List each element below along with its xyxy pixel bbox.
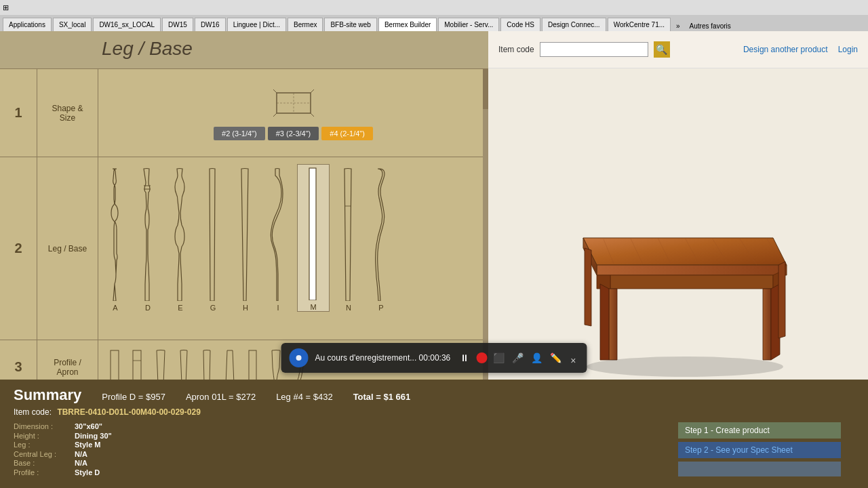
tab-applications[interactable]: Applications xyxy=(3,18,52,31)
tab-linguee[interactable]: Linguee | Dict... xyxy=(227,18,286,31)
tab-bfb[interactable]: BFB-site web xyxy=(324,18,376,31)
leg-item-H[interactable]: H xyxy=(232,165,259,312)
profile-value: Style D xyxy=(75,468,183,477)
leg-item-I[interactable]: I xyxy=(264,165,292,312)
leg-label-E: E xyxy=(178,304,182,312)
recording-icon xyxy=(290,348,309,367)
leg-item-D[interactable]: D xyxy=(134,165,161,312)
svg-line-9 xyxy=(311,113,314,117)
leg-label-H: H xyxy=(243,304,248,312)
svg-rect-12 xyxy=(309,168,316,300)
item-code-area: Item code 🔍 xyxy=(498,41,670,58)
apron-price: Apron 01L = $272 xyxy=(186,392,256,402)
item-code-summary-row: Item code: TBRRE-0410-D01L-00M40-00-029-… xyxy=(14,407,854,417)
base-value: N/A xyxy=(75,459,183,468)
tab-bermex[interactable]: Bermex xyxy=(288,18,323,31)
step2-spec-btn[interactable]: Step 2 - See your Spec Sheet xyxy=(678,442,841,458)
tab-dw16-local[interactable]: DW16_sx_LOCAL xyxy=(93,18,161,31)
size-btn-2[interactable]: #2 (3-1/4") xyxy=(214,127,265,140)
size-buttons: #2 (3-1/4") #3 (2-3/4") #4 (2-1/4") xyxy=(214,127,373,140)
camera-icon xyxy=(294,352,304,363)
tab-design-connected[interactable]: Design Connec... xyxy=(542,18,606,31)
recording-text: Au cours d'enregistrement... 00:00:36 xyxy=(315,353,451,363)
svg-marker-36 xyxy=(600,284,609,360)
item-code-input[interactable] xyxy=(540,42,648,57)
summary-details: Dimension : 30"x60" Height : Dining 30" … xyxy=(14,422,651,476)
base-label: Base : xyxy=(14,459,75,468)
central-leg-label: Central Leg : xyxy=(14,450,75,459)
pause-button[interactable]: ⏸ xyxy=(457,350,472,365)
leg-label-G: G xyxy=(210,304,216,312)
rec-draw-btn[interactable]: ✏️ xyxy=(548,350,563,365)
profile-label: Profile : xyxy=(14,468,75,477)
step1-row: 1 Shape &Size xyxy=(0,68,488,157)
browser-menu-icon: ⊞ xyxy=(3,3,9,12)
height-value: Dining 30" xyxy=(75,432,183,441)
login-link[interactable]: Login xyxy=(838,45,858,54)
total-price: Total = $1 661 xyxy=(353,392,411,402)
svg-line-7 xyxy=(311,89,314,93)
stop-button[interactable] xyxy=(476,352,487,363)
step1-create-btn[interactable]: Step 1 - Create product xyxy=(678,422,841,439)
summary-bar: Summary Profile D = $957 Apron 01L = $27… xyxy=(0,380,868,488)
svg-marker-35 xyxy=(609,289,617,360)
search-button[interactable]: 🔍 xyxy=(654,41,670,58)
browser-bar: ⊞ xyxy=(0,0,868,15)
tab-codehs[interactable]: Code HS xyxy=(500,18,540,31)
tab-dw15[interactable]: DW15 xyxy=(162,18,193,31)
leg-label: Leg : xyxy=(14,441,75,449)
dim-value: 30"x60" xyxy=(75,422,183,431)
top-links: Design another product Login xyxy=(743,45,858,54)
leg-item-A[interactable]: A xyxy=(102,165,129,312)
favorites-label: Autres favoris xyxy=(686,21,735,31)
rec-person-btn[interactable]: 👤 xyxy=(529,350,544,365)
step1-content: #2 (3-1/4") #3 (2-3/4") #4 (2-1/4") xyxy=(98,69,488,157)
size-btn-3[interactable]: #3 (2-3/4") xyxy=(268,127,319,140)
step1-label: Shape &Size xyxy=(37,69,98,157)
tab-sx-local[interactable]: SX_local xyxy=(53,18,92,31)
svg-marker-22 xyxy=(583,238,787,265)
svg-marker-30 xyxy=(597,265,787,275)
recording-controls: ⏸ ⬛ 🎤 👤 ✏️ xyxy=(457,350,563,365)
design-another-link[interactable]: Design another product xyxy=(743,45,828,54)
svg-marker-39 xyxy=(585,248,591,326)
rec-settings-btn[interactable]: ⬛ xyxy=(491,350,506,365)
item-code-label: Item code xyxy=(498,45,534,54)
svg-point-41 xyxy=(587,357,783,377)
svg-marker-40 xyxy=(778,262,785,338)
scrollbar-thumb[interactable] xyxy=(483,68,488,109)
leg-value: Style M xyxy=(75,441,183,449)
step-actions: Step 1 - Create product Step 2 - See you… xyxy=(678,422,854,476)
shape-icon xyxy=(270,86,317,120)
recording-close-btn[interactable]: × xyxy=(570,355,576,366)
left-header: Leg / Base xyxy=(0,31,488,68)
step3-empty xyxy=(678,462,841,476)
leg-label-I: I xyxy=(277,304,279,312)
browser-tabs: Applications SX_local DW16_sx_LOCAL DW15… xyxy=(0,15,868,31)
leg-label-P: P xyxy=(378,304,383,312)
leg-item-E[interactable]: E xyxy=(167,165,194,312)
step2-number: 2 xyxy=(0,157,37,340)
central-leg-value: N/A xyxy=(75,450,183,459)
rec-mic-btn[interactable]: 🎤 xyxy=(510,350,525,365)
tab-dw16[interactable]: DW16 xyxy=(195,18,226,31)
tab-workcentre[interactable]: WorkCentre 71... xyxy=(608,18,671,31)
size-btn-4[interactable]: #4 (2-1/4") xyxy=(321,127,373,140)
step1-number: 1 xyxy=(0,69,37,157)
summary-prices: Profile D = $957 Apron 01L = $272 Leg #4… xyxy=(102,392,410,402)
height-label: Height : xyxy=(14,432,75,441)
svg-point-47 xyxy=(296,355,302,361)
tab-bermex-builder[interactable]: Bermex Builder xyxy=(378,18,437,31)
tab-mobilier[interactable]: Mobilier - Serv... xyxy=(438,18,499,31)
summary-title: Summary xyxy=(14,386,81,404)
leg-label-A: A xyxy=(113,304,117,312)
leg-item-N[interactable]: N xyxy=(335,165,362,312)
more-tabs-icon[interactable]: » xyxy=(672,21,684,31)
step2-content: A D xyxy=(98,157,488,340)
leg-item-G[interactable]: G xyxy=(199,165,226,312)
step2-label: Leg / Base xyxy=(37,157,98,340)
leg-item-P[interactable]: P xyxy=(368,165,395,312)
leg-item-M[interactable]: M xyxy=(297,164,330,312)
right-header: Item code 🔍 Design another product Login xyxy=(488,31,868,68)
svg-marker-32 xyxy=(610,275,773,289)
